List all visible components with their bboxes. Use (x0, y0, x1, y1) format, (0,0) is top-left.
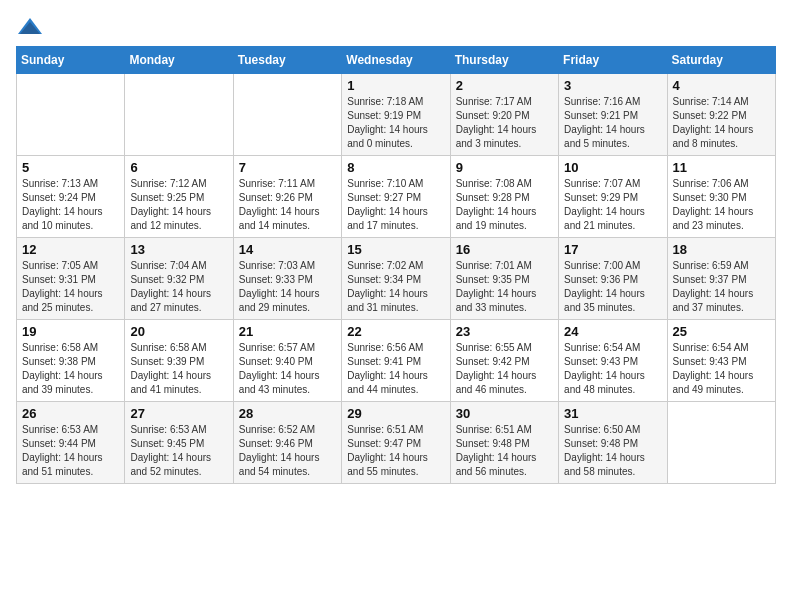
day-info: Sunrise: 6:55 AMSunset: 9:42 PMDaylight:… (456, 341, 553, 397)
calendar-cell: 22Sunrise: 6:56 AMSunset: 9:41 PMDayligh… (342, 320, 450, 402)
day-number: 22 (347, 324, 444, 339)
day-info: Sunrise: 7:12 AMSunset: 9:25 PMDaylight:… (130, 177, 227, 233)
calendar-cell: 13Sunrise: 7:04 AMSunset: 9:32 PMDayligh… (125, 238, 233, 320)
day-number: 6 (130, 160, 227, 175)
day-number: 26 (22, 406, 119, 421)
day-number: 8 (347, 160, 444, 175)
day-info: Sunrise: 6:53 AMSunset: 9:44 PMDaylight:… (22, 423, 119, 479)
day-info: Sunrise: 6:53 AMSunset: 9:45 PMDaylight:… (130, 423, 227, 479)
weekday-header-friday: Friday (559, 47, 667, 74)
day-number: 25 (673, 324, 770, 339)
calendar-week-5: 26Sunrise: 6:53 AMSunset: 9:44 PMDayligh… (17, 402, 776, 484)
day-number: 12 (22, 242, 119, 257)
day-info: Sunrise: 6:59 AMSunset: 9:37 PMDaylight:… (673, 259, 770, 315)
day-info: Sunrise: 6:54 AMSunset: 9:43 PMDaylight:… (673, 341, 770, 397)
day-info: Sunrise: 7:03 AMSunset: 9:33 PMDaylight:… (239, 259, 336, 315)
day-info: Sunrise: 7:10 AMSunset: 9:27 PMDaylight:… (347, 177, 444, 233)
day-info: Sunrise: 7:18 AMSunset: 9:19 PMDaylight:… (347, 95, 444, 151)
day-info: Sunrise: 7:07 AMSunset: 9:29 PMDaylight:… (564, 177, 661, 233)
day-number: 17 (564, 242, 661, 257)
calendar-cell: 10Sunrise: 7:07 AMSunset: 9:29 PMDayligh… (559, 156, 667, 238)
calendar-cell: 11Sunrise: 7:06 AMSunset: 9:30 PMDayligh… (667, 156, 775, 238)
calendar-cell: 17Sunrise: 7:00 AMSunset: 9:36 PMDayligh… (559, 238, 667, 320)
day-info: Sunrise: 6:50 AMSunset: 9:48 PMDaylight:… (564, 423, 661, 479)
day-info: Sunrise: 6:54 AMSunset: 9:43 PMDaylight:… (564, 341, 661, 397)
day-info: Sunrise: 7:02 AMSunset: 9:34 PMDaylight:… (347, 259, 444, 315)
calendar-cell: 21Sunrise: 6:57 AMSunset: 9:40 PMDayligh… (233, 320, 341, 402)
calendar-cell: 15Sunrise: 7:02 AMSunset: 9:34 PMDayligh… (342, 238, 450, 320)
day-info: Sunrise: 7:08 AMSunset: 9:28 PMDaylight:… (456, 177, 553, 233)
day-number: 18 (673, 242, 770, 257)
day-number: 9 (456, 160, 553, 175)
day-info: Sunrise: 6:51 AMSunset: 9:48 PMDaylight:… (456, 423, 553, 479)
day-number: 21 (239, 324, 336, 339)
calendar-week-4: 19Sunrise: 6:58 AMSunset: 9:38 PMDayligh… (17, 320, 776, 402)
calendar-cell: 30Sunrise: 6:51 AMSunset: 9:48 PMDayligh… (450, 402, 558, 484)
day-number: 27 (130, 406, 227, 421)
weekday-header-monday: Monday (125, 47, 233, 74)
calendar-week-1: 1Sunrise: 7:18 AMSunset: 9:19 PMDaylight… (17, 74, 776, 156)
calendar-cell: 5Sunrise: 7:13 AMSunset: 9:24 PMDaylight… (17, 156, 125, 238)
day-info: Sunrise: 7:04 AMSunset: 9:32 PMDaylight:… (130, 259, 227, 315)
calendar-cell (233, 74, 341, 156)
calendar-cell: 6Sunrise: 7:12 AMSunset: 9:25 PMDaylight… (125, 156, 233, 238)
day-number: 7 (239, 160, 336, 175)
calendar-cell: 7Sunrise: 7:11 AMSunset: 9:26 PMDaylight… (233, 156, 341, 238)
day-info: Sunrise: 6:56 AMSunset: 9:41 PMDaylight:… (347, 341, 444, 397)
calendar-cell: 16Sunrise: 7:01 AMSunset: 9:35 PMDayligh… (450, 238, 558, 320)
calendar-cell: 29Sunrise: 6:51 AMSunset: 9:47 PMDayligh… (342, 402, 450, 484)
logo-icon (16, 16, 44, 38)
calendar-cell: 8Sunrise: 7:10 AMSunset: 9:27 PMDaylight… (342, 156, 450, 238)
day-number: 28 (239, 406, 336, 421)
day-number: 19 (22, 324, 119, 339)
calendar-cell: 12Sunrise: 7:05 AMSunset: 9:31 PMDayligh… (17, 238, 125, 320)
day-info: Sunrise: 6:51 AMSunset: 9:47 PMDaylight:… (347, 423, 444, 479)
calendar-cell: 2Sunrise: 7:17 AMSunset: 9:20 PMDaylight… (450, 74, 558, 156)
calendar-week-3: 12Sunrise: 7:05 AMSunset: 9:31 PMDayligh… (17, 238, 776, 320)
day-number: 13 (130, 242, 227, 257)
day-info: Sunrise: 7:11 AMSunset: 9:26 PMDaylight:… (239, 177, 336, 233)
calendar-cell (667, 402, 775, 484)
calendar-cell: 25Sunrise: 6:54 AMSunset: 9:43 PMDayligh… (667, 320, 775, 402)
calendar-cell: 20Sunrise: 6:58 AMSunset: 9:39 PMDayligh… (125, 320, 233, 402)
day-info: Sunrise: 6:52 AMSunset: 9:46 PMDaylight:… (239, 423, 336, 479)
day-info: Sunrise: 7:00 AMSunset: 9:36 PMDaylight:… (564, 259, 661, 315)
day-number: 30 (456, 406, 553, 421)
day-number: 1 (347, 78, 444, 93)
day-number: 5 (22, 160, 119, 175)
weekday-header-wednesday: Wednesday (342, 47, 450, 74)
day-number: 11 (673, 160, 770, 175)
day-number: 2 (456, 78, 553, 93)
calendar-week-2: 5Sunrise: 7:13 AMSunset: 9:24 PMDaylight… (17, 156, 776, 238)
day-number: 3 (564, 78, 661, 93)
day-number: 20 (130, 324, 227, 339)
weekday-header-saturday: Saturday (667, 47, 775, 74)
calendar-cell: 19Sunrise: 6:58 AMSunset: 9:38 PMDayligh… (17, 320, 125, 402)
logo (16, 16, 48, 38)
day-info: Sunrise: 7:17 AMSunset: 9:20 PMDaylight:… (456, 95, 553, 151)
day-info: Sunrise: 7:14 AMSunset: 9:22 PMDaylight:… (673, 95, 770, 151)
day-number: 14 (239, 242, 336, 257)
day-info: Sunrise: 6:57 AMSunset: 9:40 PMDaylight:… (239, 341, 336, 397)
weekday-header-sunday: Sunday (17, 47, 125, 74)
day-info: Sunrise: 7:06 AMSunset: 9:30 PMDaylight:… (673, 177, 770, 233)
day-number: 4 (673, 78, 770, 93)
header (16, 16, 776, 38)
calendar-cell: 9Sunrise: 7:08 AMSunset: 9:28 PMDaylight… (450, 156, 558, 238)
calendar-cell: 23Sunrise: 6:55 AMSunset: 9:42 PMDayligh… (450, 320, 558, 402)
day-number: 29 (347, 406, 444, 421)
weekday-header-row: SundayMondayTuesdayWednesdayThursdayFrid… (17, 47, 776, 74)
calendar-table: SundayMondayTuesdayWednesdayThursdayFrid… (16, 46, 776, 484)
calendar-cell: 26Sunrise: 6:53 AMSunset: 9:44 PMDayligh… (17, 402, 125, 484)
calendar-cell: 18Sunrise: 6:59 AMSunset: 9:37 PMDayligh… (667, 238, 775, 320)
calendar-cell: 14Sunrise: 7:03 AMSunset: 9:33 PMDayligh… (233, 238, 341, 320)
calendar-body: 1Sunrise: 7:18 AMSunset: 9:19 PMDaylight… (17, 74, 776, 484)
weekday-header-tuesday: Tuesday (233, 47, 341, 74)
day-info: Sunrise: 6:58 AMSunset: 9:39 PMDaylight:… (130, 341, 227, 397)
calendar-cell: 1Sunrise: 7:18 AMSunset: 9:19 PMDaylight… (342, 74, 450, 156)
day-info: Sunrise: 7:16 AMSunset: 9:21 PMDaylight:… (564, 95, 661, 151)
calendar-cell: 4Sunrise: 7:14 AMSunset: 9:22 PMDaylight… (667, 74, 775, 156)
day-number: 15 (347, 242, 444, 257)
day-number: 16 (456, 242, 553, 257)
day-info: Sunrise: 6:58 AMSunset: 9:38 PMDaylight:… (22, 341, 119, 397)
